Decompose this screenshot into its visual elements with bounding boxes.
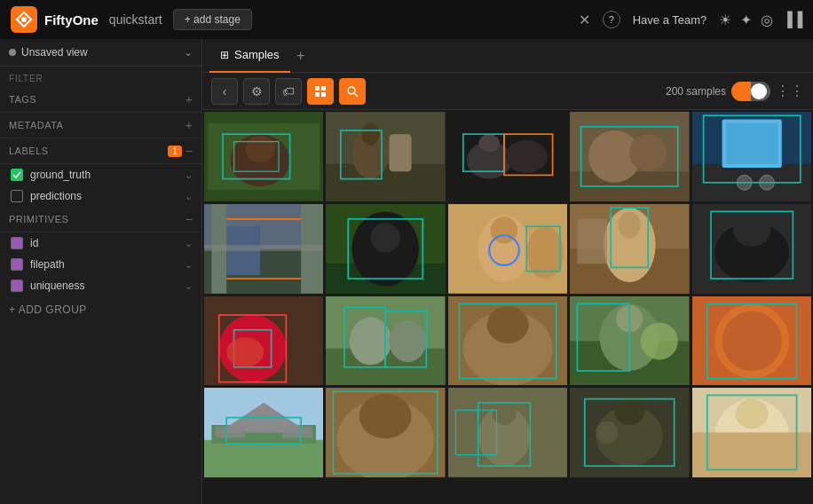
gallery-item[interactable] <box>448 112 567 201</box>
prev-button[interactable]: ‹ <box>211 78 238 105</box>
gallery-item[interactable] <box>570 112 689 201</box>
main-layout: Unsaved view ⌄ FILTER TAGS + METADATA + … <box>0 39 813 504</box>
sidebar-item-tags[interactable]: TAGS + <box>0 87 201 113</box>
filepath-chevron[interactable]: ⌄ <box>185 259 193 271</box>
gallery-item[interactable] <box>448 204 567 294</box>
tab-samples-label: Samples <box>234 48 280 61</box>
toggle-track[interactable] <box>731 82 770 101</box>
labels-label: LABELS <box>9 146 168 156</box>
gallery-item[interactable] <box>326 388 445 477</box>
svg-rect-4 <box>315 92 320 97</box>
sidebar-item-primitives[interactable]: PRIMITIVES − <box>0 207 201 232</box>
dataset-name: quickstart <box>109 12 162 27</box>
gallery-item[interactable] <box>326 204 445 294</box>
ground-truth-label: ground_truth <box>30 169 178 181</box>
predictions-item[interactable]: predictions ⌄ <box>0 185 201 207</box>
gallery-item[interactable] <box>570 204 689 294</box>
grid-dots-button[interactable]: ⋮⋮ <box>776 83 804 99</box>
svg-point-29 <box>629 134 667 171</box>
filepath-checkbox[interactable] <box>11 258 23 271</box>
svg-point-109 <box>615 398 645 425</box>
id-item[interactable]: id ⌄ <box>0 232 201 254</box>
toggle-container <box>731 82 770 101</box>
svg-point-100 <box>359 394 412 438</box>
gallery-item[interactable] <box>570 296 689 386</box>
gallery-grid <box>204 112 811 477</box>
predictions-checkbox[interactable] <box>11 190 23 202</box>
team-text: Have a Team? <box>633 13 707 27</box>
uniqueness-checkbox[interactable] <box>11 280 23 292</box>
logo-text: FiftyOne <box>44 12 99 28</box>
settings-button[interactable]: ⚙ <box>243 78 270 105</box>
tags-plus-icon[interactable]: + <box>185 92 193 106</box>
filepath-item[interactable]: filepath ⌄ <box>0 254 201 275</box>
gallery-item[interactable] <box>204 388 323 477</box>
add-stage-label: + add stage <box>185 13 241 26</box>
svg-point-11 <box>245 136 275 162</box>
view-button[interactable] <box>307 78 334 105</box>
toolbar: ‹ ⚙ 🏷 200 samples ⋮⋮ <box>202 73 813 110</box>
view-selector[interactable]: Unsaved view ⌄ <box>0 39 201 67</box>
github-icon[interactable]: ◎ <box>761 12 773 28</box>
svg-point-104 <box>492 403 516 425</box>
gallery-item[interactable] <box>448 296 567 386</box>
menu-icon[interactable]: ▐▐ <box>782 12 802 28</box>
svg-rect-61 <box>578 219 608 264</box>
svg-point-23 <box>505 140 547 173</box>
add-stage-button[interactable]: + add stage <box>173 9 252 30</box>
svg-point-110 <box>596 421 619 444</box>
svg-line-7 <box>354 93 358 97</box>
svg-point-74 <box>390 319 427 361</box>
logo-icon <box>11 6 37 33</box>
predictions-chevron[interactable]: ⌄ <box>185 191 193 202</box>
svg-rect-92 <box>204 440 323 477</box>
toggle-knob <box>751 83 767 99</box>
svg-rect-15 <box>326 164 445 201</box>
gallery-item[interactable] <box>448 388 567 477</box>
metadata-plus-icon[interactable]: + <box>185 118 193 132</box>
labels-minus-icon[interactable]: − <box>185 144 193 158</box>
gallery-item[interactable] <box>692 112 811 201</box>
svg-point-48 <box>371 223 401 253</box>
primitives-minus-icon[interactable]: − <box>185 212 193 226</box>
topbar-right: ✕ ? Have a Team? ☀ ✦ ◎ ▐▐ <box>579 11 802 28</box>
gallery-item[interactable] <box>692 204 811 294</box>
ground-truth-item[interactable]: ground_truth ⌄ <box>0 164 201 185</box>
svg-rect-19 <box>390 134 412 171</box>
topbar-icons: ☀ ✦ ◎ ▐▐ <box>719 12 802 28</box>
gallery-item[interactable] <box>204 204 323 294</box>
gallery-item[interactable] <box>326 296 445 386</box>
gallery-item[interactable] <box>326 112 445 201</box>
gallery <box>202 110 813 504</box>
gallery-item[interactable] <box>204 296 323 386</box>
svg-point-59 <box>619 211 641 238</box>
close-button[interactable]: ✕ <box>579 12 590 28</box>
gallery-item[interactable] <box>692 296 811 386</box>
sidebar-item-metadata[interactable]: METADATA + <box>0 113 201 138</box>
ground-truth-checkbox[interactable] <box>11 169 23 181</box>
search-button[interactable] <box>339 78 366 105</box>
id-chevron[interactable]: ⌄ <box>185 238 193 249</box>
tab-samples[interactable]: ⊞ Samples <box>209 39 290 73</box>
gallery-item[interactable] <box>692 388 811 477</box>
svg-point-22 <box>478 134 500 152</box>
tab-add-button[interactable]: + <box>290 45 312 67</box>
tag-button[interactable]: 🏷 <box>275 78 302 105</box>
uniqueness-chevron[interactable]: ⌄ <box>185 280 193 292</box>
svg-point-1 <box>21 17 27 22</box>
help-button[interactable]: ? <box>603 11 620 28</box>
svg-point-70 <box>226 337 264 367</box>
ground-truth-chevron[interactable]: ⌄ <box>185 169 193 181</box>
gallery-item[interactable] <box>204 112 323 201</box>
sidebar-item-labels[interactable]: LABELS 1 − <box>0 138 201 164</box>
add-group-button[interactable]: + ADD GROUP <box>0 296 201 323</box>
sun-icon[interactable]: ☀ <box>719 12 731 28</box>
uniqueness-item[interactable]: uniqueness ⌄ <box>0 275 201 296</box>
tags-label: TAGS <box>9 94 185 105</box>
view-dot <box>9 49 16 56</box>
gallery-item[interactable] <box>570 388 689 477</box>
primitives-label: PRIMITIVES <box>9 214 185 224</box>
id-checkbox[interactable] <box>11 237 23 249</box>
grid-icon[interactable]: ✦ <box>740 12 752 28</box>
svg-point-85 <box>641 322 678 359</box>
